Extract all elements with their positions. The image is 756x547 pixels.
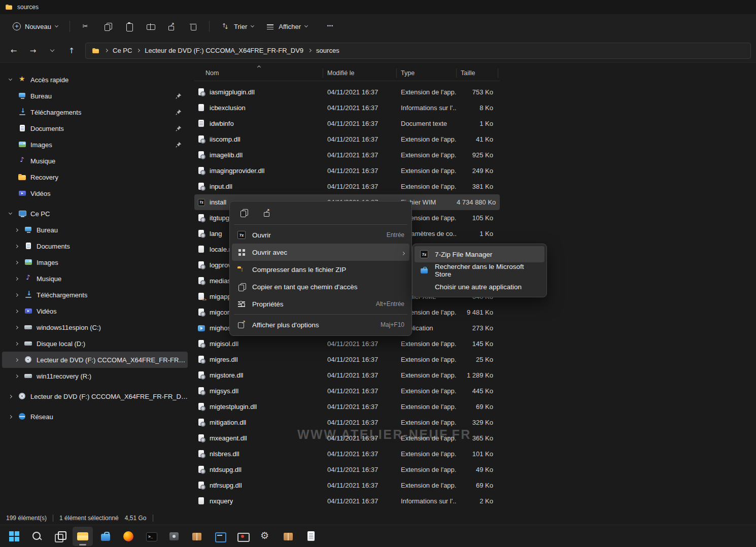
chevron-right-icon[interactable] (14, 325, 18, 329)
sidebar-item-musique[interactable]: Musique (2, 153, 188, 169)
view-button[interactable]: Afficher (260, 19, 313, 35)
submenu-item-7zip[interactable]: 7-Zip File Manager (415, 246, 544, 262)
menu-item-copier-chemin[interactable]: Copier en tant que chemin d'accès (232, 278, 409, 295)
sidebar-item-videos-pc[interactable]: Vidéos (2, 303, 188, 319)
column-header-nom[interactable]: Nom (194, 69, 323, 78)
chevron-right-icon[interactable] (14, 277, 18, 280)
sidebar-item-telechargements-pc[interactable]: Téléchargements (2, 287, 188, 303)
chevron-right-icon[interactable] (14, 341, 18, 345)
forward-button[interactable] (24, 42, 42, 59)
menu-item-plus-options[interactable]: Afficher plus d'options Maj+F10 (232, 316, 409, 333)
share-button[interactable] (256, 204, 278, 221)
sidebar-item-recovery[interactable]: Recovery (2, 169, 188, 185)
column-headers: Nom Modifié le Type Taille (194, 65, 500, 81)
app-button-2[interactable] (187, 527, 207, 546)
table-row[interactable]: idwbinfo04/11/2021 16:37Document texte1 … (194, 116, 500, 131)
app-button-4[interactable] (232, 527, 253, 546)
sidebar-item-images-pc[interactable]: Images (2, 254, 188, 270)
table-row[interactable]: iasmigplugin.dll04/11/2021 16:37Extensio… (194, 84, 500, 100)
recent-locations-button[interactable] (44, 42, 61, 59)
new-button[interactable]: Nouveau (7, 19, 63, 34)
task-view-button[interactable] (50, 527, 70, 546)
table-row[interactable]: imagelib.dll04/11/2021 16:37Extension de… (194, 147, 500, 163)
app-button-5[interactable] (278, 527, 298, 546)
table-row[interactable]: imagingprovider.dll04/11/2021 16:37Exten… (194, 163, 500, 179)
paste-button[interactable] (119, 18, 139, 35)
more-button[interactable] (321, 18, 341, 35)
copy-button[interactable] (233, 204, 254, 221)
back-button[interactable] (5, 42, 22, 59)
chevron-down-icon[interactable] (8, 211, 12, 215)
breadcrumb-item[interactable]: sources (316, 47, 339, 54)
app-button-1[interactable] (164, 527, 184, 546)
table-row[interactable]: input.dll04/11/2021 16:37Extension de l'… (194, 179, 500, 194)
up-button[interactable] (63, 42, 80, 59)
chevron-right-icon[interactable] (14, 228, 18, 231)
table-row[interactable]: migtestplugin.dll04/11/2021 16:37Extensi… (194, 399, 500, 415)
table-row[interactable]: migres.dll04/11/2021 16:37Extension de l… (194, 352, 500, 367)
chevron-right-icon[interactable] (14, 244, 18, 248)
sidebar-item-documents-pc[interactable]: Documents (2, 238, 188, 254)
address-bar[interactable]: Ce PC Lecteur de DVD (F:) CCCOMA_X64FRE_… (85, 43, 751, 59)
app-button-3[interactable] (210, 527, 230, 546)
file-explorer-button[interactable] (73, 527, 93, 546)
chevron-down-icon[interactable] (8, 77, 12, 81)
file-size: 2 Ko (457, 497, 498, 505)
copy-button[interactable] (97, 18, 118, 35)
sidebar-item-drive-r[interactable]: win11recovery (R:) (2, 368, 188, 384)
table-row[interactable]: migsys.dll04/11/2021 16:37Extension de l… (194, 383, 500, 399)
column-header-type[interactable]: Type (397, 69, 457, 78)
share-button[interactable] (161, 18, 182, 35)
chevron-right-icon[interactable] (14, 358, 18, 361)
table-row[interactable]: migisol.dll04/11/2021 16:37Extension de … (194, 336, 500, 352)
breadcrumb-item[interactable]: Lecteur de DVD (F:) CCCOMA_X64FRE_FR-FR_… (145, 47, 303, 54)
menu-item-compresser-zip[interactable]: Compresser dans le fichier ZIP (232, 261, 409, 278)
chevron-right-icon[interactable] (14, 374, 18, 378)
chevron-right-icon[interactable] (14, 260, 18, 264)
search-button[interactable] (27, 527, 47, 546)
chevron-right-icon[interactable] (8, 394, 12, 398)
sidebar-item-images[interactable]: Images (2, 136, 188, 153)
chevron-right-icon[interactable] (14, 293, 18, 296)
delete-button[interactable] (183, 18, 203, 35)
sidebar-item-dvd-root[interactable]: Lecteur de DVD (F:) CCCOMA_X64FRE_FR-FR_… (2, 388, 188, 404)
table-row[interactable]: migstore.dll04/11/2021 16:37Extension de… (194, 367, 500, 383)
column-header-modifie[interactable]: Modifié le (323, 69, 397, 78)
start-button[interactable] (4, 527, 24, 546)
firefox-button[interactable] (118, 527, 139, 546)
table-row[interactable]: nxquery04/11/2021 16:37Informations sur … (194, 493, 500, 509)
sidebar-item-reseau[interactable]: Réseau (2, 408, 188, 425)
table-row[interactable]: icbexclusion04/11/2021 16:37Informations… (194, 100, 500, 116)
table-row[interactable]: iiscomp.dll04/11/2021 16:37Extension de … (194, 131, 500, 147)
menu-item-proprietes[interactable]: Propriétés Alt+Entrée (232, 295, 409, 313)
table-row[interactable]: ntfrsupg.dll04/11/2021 16:37Extension de… (194, 477, 500, 493)
sidebar-item-documents[interactable]: Documents (2, 120, 188, 136)
terminal-button[interactable] (141, 527, 161, 546)
sidebar-item-telechargements[interactable]: Téléchargements (2, 104, 188, 120)
sidebar-item-quick-access[interactable]: Accès rapide (2, 72, 188, 88)
chevron-right-icon[interactable] (8, 415, 12, 418)
sidebar-item-dvd-f[interactable]: Lecteur de DVD (F:) CCCOMA_X64FRE_FR-FR_… (2, 352, 188, 368)
table-row[interactable]: nlsbres.dll04/11/2021 16:37Extension de … (194, 446, 500, 462)
microsoft-store-button[interactable] (95, 527, 116, 546)
sidebar-item-drive-d[interactable]: Disque local (D:) (2, 335, 188, 352)
sidebar-item-bureau-pc[interactable]: Bureau (2, 222, 188, 238)
rename-button[interactable] (140, 18, 160, 35)
settings-button[interactable] (255, 527, 276, 546)
menu-item-ouvrir-avec[interactable]: Ouvrir avec (232, 244, 409, 261)
menu-item-ouvrir[interactable]: Ouvrir Entrée (232, 226, 409, 244)
column-header-taille[interactable]: Taille (457, 69, 498, 78)
cut-button[interactable] (76, 18, 96, 35)
sidebar-item-drive-c[interactable]: windows11espion (C:) (2, 319, 188, 335)
submenu-item-microsoft-store[interactable]: Rechercher dans le Microsoft Store (415, 262, 544, 279)
notepad-button[interactable] (301, 527, 321, 546)
chevron-right-icon[interactable] (14, 309, 18, 313)
sort-button[interactable]: Trier (216, 19, 259, 35)
sidebar-item-ce-pc[interactable]: Ce PC (2, 206, 188, 222)
sidebar-item-musique-pc[interactable]: Musique (2, 270, 188, 287)
breadcrumb-item[interactable]: Ce PC (113, 47, 132, 54)
submenu-item-autre-application[interactable]: Choisir une autre application (415, 279, 544, 295)
sidebar-item-bureau[interactable]: Bureau (2, 88, 188, 104)
sidebar-item-videos[interactable]: Vidéos (2, 185, 188, 201)
table-row[interactable]: ntdsupg.dll04/11/2021 16:37Extension de … (194, 462, 500, 477)
